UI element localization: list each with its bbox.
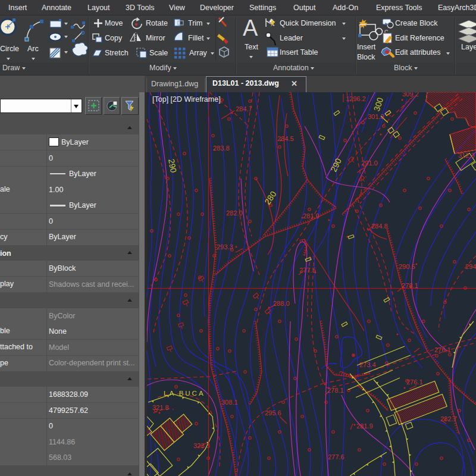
svg-text:282.7: 282.7 (440, 415, 457, 422)
svg-text:312.3: 312.3 (458, 152, 475, 159)
svg-text:277.6: 277.6 (328, 453, 345, 461)
svg-text:290: 290 (328, 156, 343, 173)
svg-text:309.2: 309.2 (402, 92, 419, 98)
svg-text:321.8: 321.8 (152, 404, 169, 411)
svg-text:291.0: 291.0 (361, 159, 378, 167)
svg-text:280: 280 (262, 189, 278, 206)
svg-text:276.1: 276.1 (434, 346, 451, 353)
svg-text:282.0: 282.0 (226, 209, 243, 217)
svg-text:1296.2: 1296.2 (346, 95, 366, 102)
svg-text:273.4: 273.4 (359, 361, 376, 368)
svg-text:301.3: 301.3 (368, 113, 384, 120)
svg-text:278.1: 278.1 (327, 387, 344, 394)
svg-text:284.7: 284.7 (236, 105, 252, 112)
svg-text:294: 294 (465, 263, 476, 270)
svg-text:276.1: 276.1 (406, 378, 423, 386)
svg-text:284.8: 284.8 (371, 223, 388, 230)
svg-text:[Top] [2D Wireframe]: [Top] [2D Wireframe] (152, 95, 221, 104)
svg-text:290: 290 (167, 158, 178, 174)
svg-text:323.3: 323.3 (193, 442, 210, 449)
svg-text:290.5: 290.5 (399, 263, 415, 270)
svg-text:281.9: 281.9 (356, 422, 373, 430)
svg-text:284.5: 284.5 (277, 135, 294, 142)
svg-text:288.0: 288.0 (273, 300, 290, 307)
svg-text:308.1: 308.1 (221, 399, 238, 406)
svg-text:277.5: 277.5 (299, 267, 316, 274)
svg-text:283.8: 283.8 (213, 145, 230, 152)
svg-text:LA BUCA: LA BUCA (164, 390, 205, 397)
svg-text:295.6: 295.6 (265, 409, 281, 416)
svg-text:281.9: 281.9 (303, 212, 320, 220)
svg-text:293.3: 293.3 (217, 243, 233, 250)
